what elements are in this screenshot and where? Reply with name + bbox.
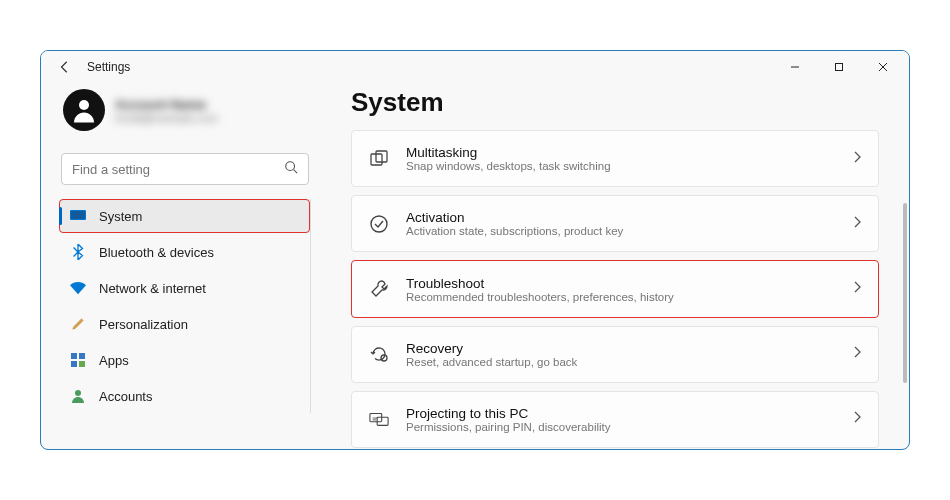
- card-multitasking[interactable]: Multitasking Snap windows, desktops, tas…: [351, 130, 879, 187]
- search-icon: [284, 160, 298, 178]
- profile-email: email@example.com: [115, 112, 218, 124]
- nav-item-apps[interactable]: Apps: [59, 343, 310, 377]
- avatar: [63, 89, 105, 131]
- titlebar: Settings: [41, 51, 909, 83]
- settings-cards: Multitasking Snap windows, desktops, tas…: [351, 130, 897, 448]
- settings-window: Settings Account Name email@example.com: [40, 50, 910, 450]
- nav-item-label: Bluetooth & devices: [99, 245, 214, 260]
- svg-rect-9: [71, 353, 77, 359]
- wrench-icon: [368, 278, 390, 300]
- card-title: Multitasking: [406, 145, 836, 160]
- nav-item-label: Accounts: [99, 389, 152, 404]
- card-title: Projecting to this PC: [406, 406, 836, 421]
- chevron-right-icon: [852, 280, 862, 298]
- svg-point-13: [75, 390, 81, 396]
- person-icon: [69, 387, 87, 405]
- close-button[interactable]: [861, 52, 905, 82]
- card-subtitle: Permissions, pairing PIN, discoverabilit…: [406, 421, 836, 433]
- check-circle-icon: [368, 213, 390, 235]
- svg-point-16: [371, 216, 387, 232]
- monitor-icon: [69, 207, 87, 225]
- back-button[interactable]: [57, 60, 73, 74]
- svg-line-6: [294, 170, 298, 174]
- nav-item-bluetooth[interactable]: Bluetooth & devices: [59, 235, 310, 269]
- nav-item-system[interactable]: System: [59, 199, 310, 233]
- card-title: Recovery: [406, 341, 836, 356]
- card-subtitle: Activation state, subscriptions, product…: [406, 225, 836, 237]
- card-activation[interactable]: Activation Activation state, subscriptio…: [351, 195, 879, 252]
- chevron-right-icon: [852, 345, 862, 363]
- card-title: Activation: [406, 210, 836, 225]
- nav-item-network[interactable]: Network & internet: [59, 271, 310, 305]
- svg-rect-1: [836, 64, 843, 71]
- search-input[interactable]: [72, 162, 284, 177]
- page-title: System: [351, 87, 897, 118]
- card-title: Troubleshoot: [406, 276, 836, 291]
- search-box[interactable]: [61, 153, 309, 185]
- maximize-button[interactable]: [817, 52, 861, 82]
- multitask-icon: [368, 148, 390, 170]
- chevron-right-icon: [852, 410, 862, 428]
- nav-item-accounts[interactable]: Accounts: [59, 379, 310, 413]
- chevron-right-icon: [852, 215, 862, 233]
- svg-point-5: [286, 162, 295, 171]
- profile-name: Account Name: [115, 97, 218, 112]
- svg-rect-11: [71, 361, 77, 367]
- nav-item-label: Apps: [99, 353, 129, 368]
- nav-item-label: Personalization: [99, 317, 188, 332]
- card-subtitle: Reset, advanced startup, go back: [406, 356, 836, 368]
- chevron-right-icon: [852, 150, 862, 168]
- card-projecting[interactable]: Projecting to this PC Permissions, pairi…: [351, 391, 879, 448]
- profile[interactable]: Account Name email@example.com: [59, 87, 311, 143]
- nav-item-personalization[interactable]: Personalization: [59, 307, 310, 341]
- card-subtitle: Snap windows, desktops, task switching: [406, 160, 836, 172]
- sidebar: Account Name email@example.com System Bl…: [41, 83, 321, 449]
- card-subtitle: Recommended troubleshooters, preferences…: [406, 291, 836, 303]
- card-recovery[interactable]: Recovery Reset, advanced startup, go bac…: [351, 326, 879, 383]
- project-icon: [368, 408, 390, 430]
- main: System Multitasking Snap windows, deskto…: [321, 83, 909, 449]
- wifi-icon: [69, 279, 87, 297]
- scrollbar[interactable]: [903, 203, 907, 383]
- recovery-icon: [368, 343, 390, 365]
- bluetooth-icon: [69, 243, 87, 261]
- svg-rect-12: [79, 361, 85, 367]
- brush-icon: [69, 315, 87, 333]
- nav-item-label: Network & internet: [99, 281, 206, 296]
- nav-item-label: System: [99, 209, 142, 224]
- svg-rect-10: [79, 353, 85, 359]
- minimize-button[interactable]: [773, 52, 817, 82]
- svg-point-4: [79, 100, 89, 110]
- svg-rect-8: [71, 211, 85, 219]
- apps-icon: [69, 351, 87, 369]
- app-title: Settings: [87, 60, 130, 74]
- card-troubleshoot[interactable]: Troubleshoot Recommended troubleshooters…: [351, 260, 879, 317]
- nav: System Bluetooth & devices Network & int…: [59, 199, 311, 413]
- window-controls: [773, 52, 905, 82]
